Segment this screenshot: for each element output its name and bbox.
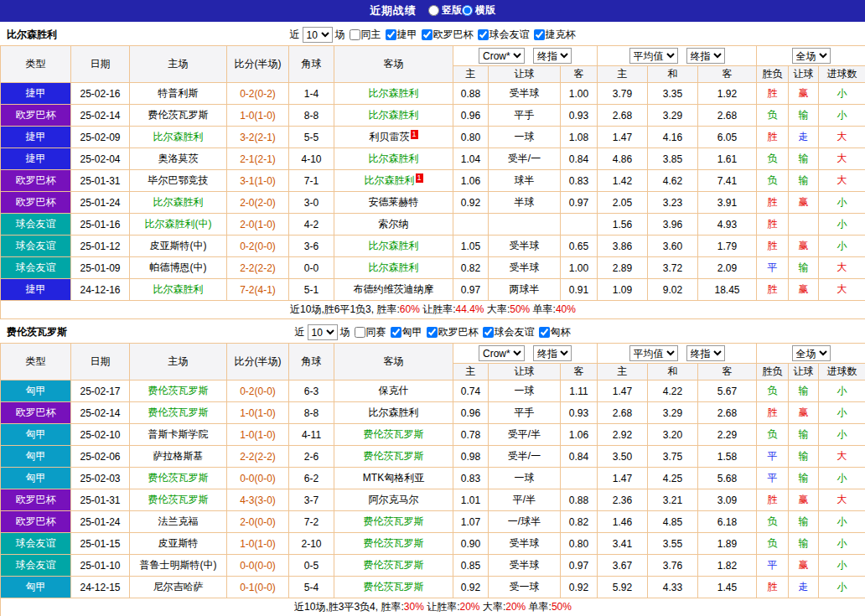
home-team-name[interactable]: 帕德博恩(中) — [150, 261, 207, 273]
layout-radio-2[interactable] — [462, 5, 473, 16]
filter-option[interactable]: 匈杯 — [539, 325, 571, 339]
home-team-name[interactable]: 萨拉格斯基 — [153, 450, 204, 462]
home-team-name[interactable]: 比尔森胜利 — [153, 283, 204, 295]
away-team-name[interactable]: 布德约维茨迪纳摩 — [354, 283, 434, 295]
away-team-name[interactable]: 费伦茨瓦罗斯 — [364, 559, 424, 571]
score[interactable]: 3-2(2-1) — [227, 127, 289, 148]
home-team-name[interactable]: 皮亚斯特(中) — [150, 240, 207, 251]
filter-option[interactable]: 捷克杯 — [534, 28, 576, 42]
odds-view-select[interactable]: 终指 — [686, 48, 725, 64]
odds-view-select[interactable]: Crow* — [479, 345, 525, 361]
filter-checkbox[interactable] — [427, 327, 438, 338]
column-subheader: 客 — [698, 364, 757, 380]
home-team-name[interactable]: 费伦茨瓦罗斯 — [148, 385, 209, 396]
away-team-name[interactable]: 比尔森胜利 — [369, 153, 419, 164]
score[interactable]: 0-2(0-0) — [227, 236, 289, 257]
away-team-name[interactable]: 费伦茨瓦罗斯 — [364, 515, 424, 527]
home-team-name[interactable]: 皮亚斯特 — [158, 537, 199, 549]
filter-option[interactable]: 欧罗巴杯 — [422, 28, 474, 42]
away-team-name[interactable]: 比尔森胜利 — [369, 87, 419, 99]
away-team-name[interactable]: 费伦茨瓦罗斯 — [364, 581, 424, 593]
score[interactable]: 1-0(1-0) — [227, 105, 289, 127]
odds-view-select[interactable]: 平均值 — [629, 48, 678, 64]
away-team-name[interactable]: 费伦茨瓦罗斯 — [364, 537, 424, 549]
away-team-name[interactable]: 利贝雷茨 — [370, 131, 410, 142]
home-team-name[interactable]: 费伦茨瓦罗斯 — [148, 494, 209, 505]
score[interactable]: 2-0(1-0) — [227, 214, 289, 236]
filter-checkbox[interactable] — [422, 29, 432, 40]
score[interactable]: 4-3(3-0) — [227, 489, 289, 511]
odds-away: 0.93 — [561, 402, 598, 424]
home-team-name[interactable]: 费伦茨瓦罗斯 — [148, 472, 209, 484]
score[interactable]: 0-0(0-0) — [227, 555, 289, 577]
filter-checkbox[interactable] — [539, 327, 550, 338]
away-team-name[interactable]: 索尔纳 — [379, 218, 409, 230]
odds-view-select[interactable]: 终指 — [533, 345, 572, 361]
score[interactable]: 0-0(0-0) — [227, 468, 289, 489]
home-team-name[interactable]: 普鲁士明斯特(中) — [140, 559, 217, 571]
home-team-name[interactable]: 法兰克福 — [158, 515, 199, 527]
score[interactable]: 2-2(2-2) — [227, 257, 289, 279]
match-count-select[interactable]: 10 — [303, 27, 333, 43]
layout-option[interactable]: 竖版 — [428, 3, 462, 18]
score[interactable]: 7-2(4-1) — [227, 279, 289, 301]
filter-checkbox[interactable] — [391, 327, 401, 338]
filter-checkbox[interactable] — [350, 29, 360, 40]
away-team-name[interactable]: 比尔森胜利 — [369, 406, 419, 418]
score[interactable]: 2-0(2-0) — [227, 192, 289, 214]
away-team-name[interactable]: MTK匈格利亚 — [363, 472, 424, 484]
score[interactable]: 2-2(2-2) — [227, 446, 289, 468]
home-team-name[interactable]: 尼尔吉哈萨 — [153, 581, 204, 593]
filter-checkbox[interactable] — [478, 29, 489, 40]
away-team-name[interactable]: 比尔森胜利 — [365, 174, 415, 186]
odds-view-select[interactable]: 全场 — [792, 345, 831, 361]
filter-checkbox[interactable] — [534, 29, 545, 40]
home-team-name[interactable]: 比尔森胜利 — [153, 131, 204, 142]
filter-option[interactable]: 匈甲 — [391, 325, 422, 339]
home-team-name[interactable]: 普斯卡斯学院 — [148, 428, 209, 440]
filter-option[interactable]: 球会友谊 — [483, 325, 535, 339]
filter-option[interactable]: 捷甲 — [386, 28, 417, 42]
away-team-name[interactable]: 安德莱赫特 — [369, 196, 419, 208]
match-date: 25-01-31 — [71, 170, 130, 192]
score[interactable]: 0-2(0-0) — [227, 380, 289, 402]
odds-view-select[interactable]: 终指 — [686, 345, 725, 361]
score[interactable]: 1-0(1-0) — [227, 424, 289, 446]
layout-option[interactable]: 横版 — [462, 3, 495, 18]
filter-option[interactable]: 欧罗巴杯 — [427, 325, 479, 339]
filter-option[interactable]: 球会友谊 — [478, 28, 530, 42]
home-team-name[interactable]: 毕尔巴鄂竞技 — [148, 174, 209, 186]
away-team-name[interactable]: 比尔森胜利 — [369, 240, 419, 251]
home-team-name[interactable]: 奥洛莫茨 — [158, 153, 199, 164]
odds-view-select[interactable]: 终指 — [533, 48, 572, 64]
filter-checkbox[interactable] — [386, 29, 396, 40]
score[interactable]: 1-0(1-0) — [227, 533, 289, 555]
filter-checkbox[interactable] — [483, 327, 494, 338]
away-team-name[interactable]: 费伦茨瓦罗斯 — [364, 450, 424, 462]
filter-option[interactable]: 同赛 — [355, 325, 386, 339]
away-team-name[interactable]: 比尔森胜利 — [369, 261, 419, 273]
odds-away — [561, 214, 598, 236]
filter-option[interactable]: 同主 — [350, 28, 381, 42]
home-team-name[interactable]: 比尔森胜利 — [153, 196, 204, 208]
score[interactable]: 0-1(0-0) — [227, 577, 289, 598]
score[interactable]: 2-0(0-0) — [227, 511, 289, 533]
home-team-name[interactable]: 比尔森胜利(中) — [145, 218, 212, 230]
layout-radio-1[interactable] — [428, 5, 439, 16]
match-count-select[interactable]: 10 — [308, 324, 338, 340]
score[interactable]: 2-1(2-1) — [227, 148, 289, 170]
away-team-name[interactable]: 费伦茨瓦罗斯 — [364, 428, 424, 440]
filter-checkbox[interactable] — [355, 327, 365, 338]
home-team-name[interactable]: 费伦茨瓦罗斯 — [148, 109, 209, 121]
odds-view-select[interactable]: Crow* — [479, 48, 525, 64]
score[interactable]: 0-2(0-2) — [227, 83, 289, 105]
away-team-name[interactable]: 比尔森胜利 — [369, 109, 419, 121]
odds-view-select[interactable]: 平均值 — [629, 345, 678, 361]
home-team-name[interactable]: 费伦茨瓦罗斯 — [148, 406, 209, 418]
away-team-name[interactable]: 保克什 — [379, 385, 409, 396]
score[interactable]: 3-1(1-0) — [227, 170, 289, 192]
away-team-name[interactable]: 阿尔克马尔 — [369, 494, 419, 505]
odds-view-select[interactable]: 全场 — [792, 48, 831, 64]
home-team-name[interactable]: 特普利斯 — [158, 87, 199, 99]
score[interactable]: 1-0(1-0) — [227, 402, 289, 424]
